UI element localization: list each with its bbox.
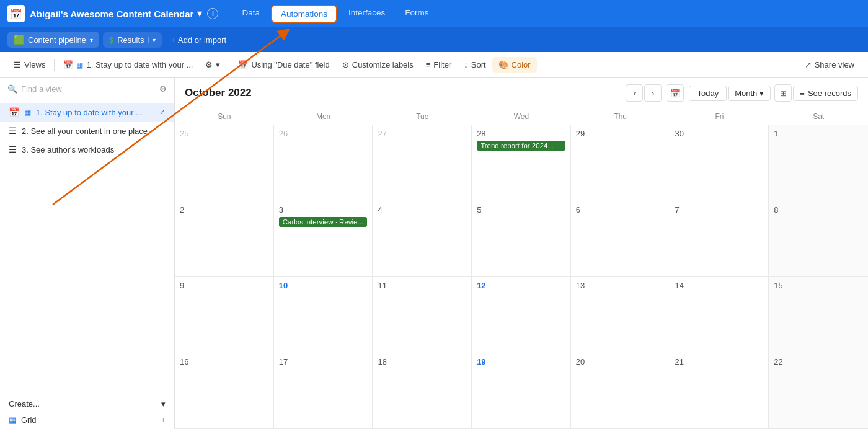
filter-button[interactable]: ≡ Filter	[420, 57, 458, 73]
create-chevron: ▾	[161, 399, 166, 409]
calendar-prev-button[interactable]: ‹	[626, 84, 643, 102]
calendar-cell-w2-d3[interactable]: 4	[373, 201, 472, 277]
day-name-sun: Sun	[175, 108, 274, 125]
calendar-cell-w3-d5[interactable]: 13	[571, 277, 670, 353]
calendar-cell-w1-d5[interactable]: 29	[571, 125, 670, 201]
sort-button[interactable]: ↕ Sort	[458, 57, 492, 73]
calendar-cell-w2-d7[interactable]: 8	[769, 201, 868, 277]
label-icon: ⊙	[342, 60, 349, 69]
grid-plus-icon: +	[161, 415, 166, 425]
cell-date: 3	[279, 205, 368, 214]
cell-date: 26	[279, 129, 368, 138]
results-button[interactable]: $ Results ▾	[103, 32, 162, 48]
cell-date: 4	[378, 205, 466, 214]
add-import-label: + Add or import	[172, 35, 227, 45]
cell-date: 8	[774, 205, 863, 214]
today-button[interactable]: Today	[689, 86, 727, 101]
add-or-import-button[interactable]: + Add or import	[166, 32, 233, 48]
sidebar-item-view-3[interactable]: ☰ 3. See author's workloads	[0, 140, 174, 159]
calendar-cell-w4-d7[interactable]: 22	[769, 353, 868, 429]
cell-date: 14	[675, 281, 764, 290]
views-label: Views	[24, 60, 45, 69]
see-records-button[interactable]: ≡ See records	[793, 86, 858, 101]
calendar-week-2: 23Carlos interview · Revie...45678	[175, 201, 868, 278]
grid-view-item[interactable]: ▦ Grid +	[0, 411, 174, 429]
content-pipeline-button[interactable]: 🟩 Content pipeline ▾	[7, 32, 99, 48]
sidebar-item-view-1[interactable]: 📅 ▦ 1. Stay up to date with your ... ✓	[0, 103, 174, 122]
views-button[interactable]: ☰ Views	[7, 57, 51, 73]
calendar-cell-w3-d7[interactable]: 15	[769, 277, 868, 353]
share-view-button[interactable]: ↗ Share view	[799, 57, 861, 73]
day-name-tue: Tue	[373, 108, 472, 125]
calendar-cell-w1-d6[interactable]: 30	[670, 125, 769, 201]
calendar-cell-w1-d1[interactable]: 25	[175, 125, 274, 201]
month-dropdown-label: Month	[735, 89, 757, 98]
tab-forms[interactable]: Forms	[396, 5, 437, 23]
calendar-week-4: 16171819202122	[175, 353, 868, 430]
calendar-cell-w1-d4[interactable]: 28Trend report for 2024...	[472, 125, 571, 201]
view-1-calendar-icon: 📅	[9, 107, 19, 117]
calendar-event[interactable]: Carlos interview · Revie...	[279, 217, 368, 227]
calendar-cell-w1-d7[interactable]: 1	[769, 125, 868, 201]
pipeline-icon: 🟩	[14, 35, 24, 45]
calendar-cell-w3-d1[interactable]: 9	[175, 277, 274, 353]
pipeline-label: Content pipeline	[28, 35, 86, 45]
calendar-cell-w1-d2[interactable]: 26	[274, 125, 373, 201]
cell-date: 17	[279, 357, 368, 366]
calendar-week-3: 9101112131415	[175, 277, 868, 353]
calendar-cell-w4-d1[interactable]: 16	[175, 353, 274, 429]
calendar-cell-w3-d2[interactable]: 10	[274, 277, 373, 353]
calendar-next-button[interactable]: ›	[644, 84, 662, 102]
cell-date: 20	[576, 357, 665, 366]
info-icon[interactable]: i	[207, 8, 218, 19]
grid-view-toggle[interactable]: ⊞	[774, 84, 792, 102]
filter-icon: ≡	[426, 60, 431, 69]
calendar-cell-w2-d6[interactable]: 7	[670, 201, 769, 277]
calendar-event[interactable]: Trend report for 2024...	[477, 141, 565, 151]
calendar-cell-w4-d5[interactable]: 20	[571, 353, 670, 429]
sidebar-item-view-2[interactable]: ☰ 2. See all your content in one place	[0, 122, 174, 140]
current-view-button[interactable]: 📅 ▦ 1. Stay up to date with your ...	[57, 57, 199, 73]
grid-item-icon: ▦	[9, 415, 16, 425]
automation-icon: ⚙	[205, 60, 213, 69]
settings-icon[interactable]: ⚙	[159, 84, 167, 94]
using-due-date-button[interactable]: 📅 Using "Due date" field	[232, 57, 335, 73]
customize-labels-button[interactable]: ⊙ Customize labels	[336, 57, 420, 73]
toolbar-separator-1	[54, 59, 55, 71]
using-label: Using "Due date" field	[251, 60, 329, 69]
filter-label: Filter	[433, 60, 451, 69]
tab-interfaces[interactable]: Interfaces	[340, 5, 394, 23]
day-name-fri: Fri	[670, 108, 769, 125]
cell-date: 11	[378, 281, 466, 290]
calendar-cell-w2-d2[interactable]: 3Carlos interview · Revie...	[274, 201, 373, 277]
calendar-cell-w1-d3[interactable]: 27	[373, 125, 472, 201]
calendar-cell-w3-d3[interactable]: 11	[373, 277, 472, 353]
calendar-cell-w4-d4[interactable]: 19	[472, 353, 571, 429]
calendar-cell-w2-d1[interactable]: 2	[175, 201, 274, 277]
calendar-cell-w4-d6[interactable]: 21	[670, 353, 769, 429]
calendar-cell-w4-d2[interactable]: 17	[274, 353, 373, 429]
automation-settings-button[interactable]: ⚙ ▾	[199, 57, 226, 73]
cell-date: 28	[477, 129, 565, 138]
tab-data[interactable]: Data	[233, 5, 268, 23]
search-icon: 🔍	[7, 84, 17, 94]
calendar-cell-w4-d3[interactable]: 18	[373, 353, 472, 429]
cell-date: 21	[675, 357, 764, 366]
calendar-cell-w3-d6[interactable]: 14	[670, 277, 769, 353]
calendar-cell-w2-d4[interactable]: 5	[472, 201, 571, 277]
sort-label: Sort	[471, 60, 486, 69]
app-title[interactable]: Abigail's Awesome Content Calendar ▾	[30, 8, 202, 19]
calendar-week-1: 25262728Trend report for 2024...29301	[175, 125, 868, 201]
view-3-label: 3. See author's workloads	[22, 145, 114, 154]
tab-automations[interactable]: Automations	[271, 5, 337, 23]
calendar-cell-w2-d5[interactable]: 6	[571, 201, 670, 277]
calendar-grid-icon-button[interactable]: 📅	[666, 84, 684, 102]
cell-date: 5	[477, 205, 565, 214]
calendar-small-icon: 📅	[238, 60, 248, 69]
month-dropdown[interactable]: Month ▾	[728, 86, 771, 101]
main-layout: 🔍 Find a view ⚙ 📅 ▦ 1. Stay up to date w…	[0, 78, 868, 429]
calendar-cell-w3-d4[interactable]: 12	[472, 277, 571, 353]
create-section-header[interactable]: Create... ▾	[0, 394, 174, 411]
color-button[interactable]: 🎨 Color	[492, 57, 537, 73]
sidebar-views-list: 📅 ▦ 1. Stay up to date with your ... ✓ ☰…	[0, 100, 174, 394]
